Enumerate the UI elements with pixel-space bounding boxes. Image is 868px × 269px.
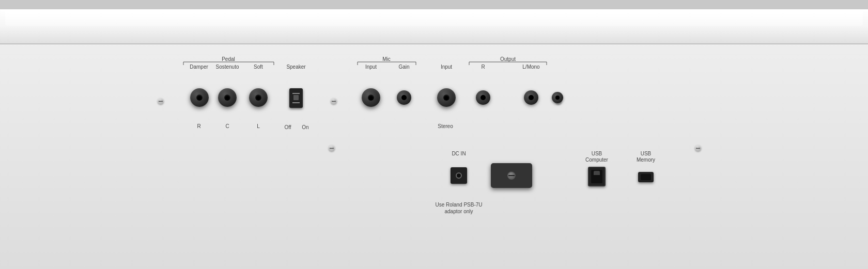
svg-text:USB: USB: [592, 151, 602, 156]
svg-text:L: L: [257, 123, 260, 129]
dc-in-port[interactable]: [451, 167, 467, 184]
svg-text:Soft: Soft: [254, 64, 263, 70]
switch-line-1: [292, 93, 300, 94]
svg-text:On: On: [302, 124, 308, 130]
usb-memory-port[interactable]: [638, 172, 654, 182]
svg-text:adaptor only: adaptor only: [444, 209, 473, 214]
screw-lower-mid: [329, 145, 335, 151]
svg-text:R: R: [481, 64, 485, 70]
top-bar-shine: [5, 10, 863, 26]
usb-computer-port[interactable]: [588, 167, 606, 186]
output-extra-port: [552, 92, 563, 103]
output-lmono-port[interactable]: [524, 90, 538, 105]
svg-text:Computer: Computer: [585, 157, 609, 163]
power-block-screw: [507, 171, 516, 180]
svg-text:Stereo: Stereo: [438, 123, 453, 129]
output-r-port[interactable]: [476, 90, 490, 105]
svg-text:Memory: Memory: [637, 157, 655, 163]
svg-text:Off: Off: [284, 124, 291, 130]
input-stereo-port[interactable]: [437, 88, 456, 107]
svg-text:USB: USB: [641, 151, 652, 156]
svg-text:Input: Input: [365, 64, 377, 70]
svg-text:Use Roland PSB-7U: Use Roland PSB-7U: [435, 202, 482, 208]
usb-b-inner: [591, 170, 602, 183]
top-bar: [0, 9, 868, 44]
svg-text:Speaker: Speaker: [286, 64, 306, 70]
labels-svg: Pedal Damper Sostenuto Soft Mic Input Ga…: [0, 9, 868, 269]
svg-text:Pedal: Pedal: [222, 56, 235, 62]
svg-text:L/Mono: L/Mono: [522, 64, 540, 70]
switch-nub: [293, 95, 299, 100]
svg-text:Mic: Mic: [382, 56, 391, 62]
mic-input-port[interactable]: [362, 88, 380, 107]
usb-mini-inner: [641, 174, 651, 180]
switch-line-2: [292, 102, 300, 103]
svg-text:Sostenuto: Sostenuto: [215, 64, 239, 70]
screw-mid-left: [331, 98, 337, 104]
pedal-r-port[interactable]: [190, 88, 209, 107]
power-connector-block: [491, 163, 532, 188]
svg-text:Output: Output: [500, 56, 516, 62]
speaker-switch[interactable]: [289, 88, 303, 108]
svg-text:DC IN: DC IN: [452, 151, 466, 156]
svg-text:Damper: Damper: [190, 64, 208, 70]
dc-port-inner: [456, 172, 462, 179]
svg-text:Gain: Gain: [398, 64, 409, 70]
svg-text:Input: Input: [441, 64, 452, 70]
screw-left: [158, 98, 164, 104]
screw-far-right: [695, 145, 701, 151]
pedal-l-port[interactable]: [249, 88, 268, 107]
mic-gain-port[interactable]: [397, 90, 411, 105]
svg-text:R: R: [197, 123, 200, 129]
svg-text:C: C: [225, 123, 229, 129]
device-rear-panel: Pedal Damper Sostenuto Soft Mic Input Ga…: [0, 0, 868, 269]
pedal-c-port[interactable]: [218, 88, 237, 107]
